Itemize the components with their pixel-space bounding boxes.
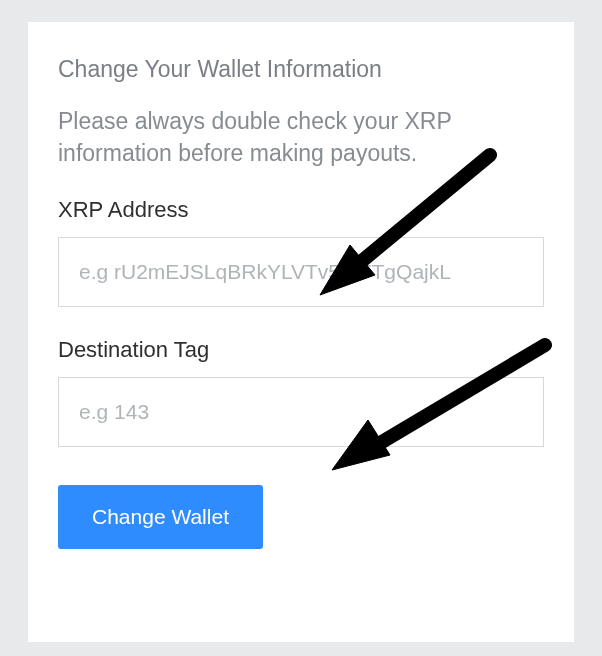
destination-tag-input[interactable] xyxy=(58,377,544,447)
form-title: Change Your Wallet Information xyxy=(58,56,544,83)
change-wallet-button[interactable]: Change Wallet xyxy=(58,485,263,549)
form-instructions: Please always double check your XRP info… xyxy=(58,105,544,169)
destination-tag-group: Destination Tag xyxy=(58,337,544,447)
xrp-address-label: XRP Address xyxy=(58,197,544,223)
wallet-form-card: Change Your Wallet Information Please al… xyxy=(28,22,574,642)
xrp-address-input[interactable] xyxy=(58,237,544,307)
xrp-address-group: XRP Address xyxy=(58,197,544,307)
destination-tag-label: Destination Tag xyxy=(58,337,544,363)
